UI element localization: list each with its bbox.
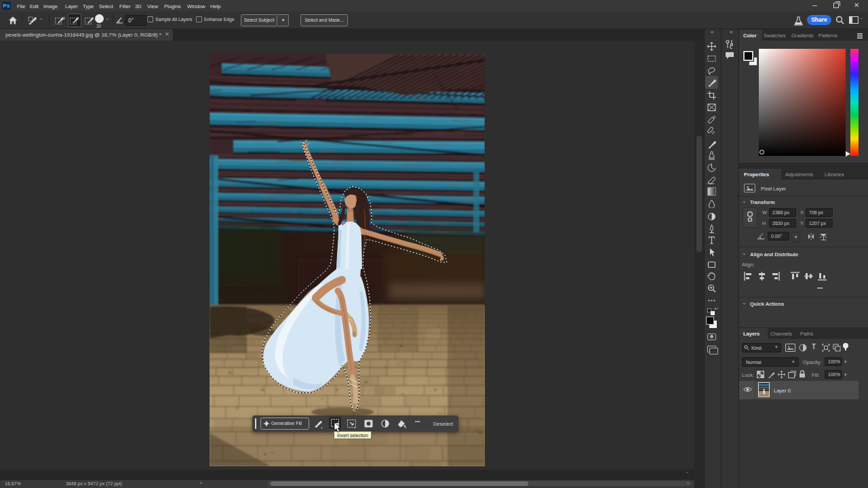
svg-text:⊙: ⊙ — [62, 16, 65, 20]
svg-text:+: + — [77, 16, 79, 20]
svg-text:−: − — [92, 16, 94, 20]
